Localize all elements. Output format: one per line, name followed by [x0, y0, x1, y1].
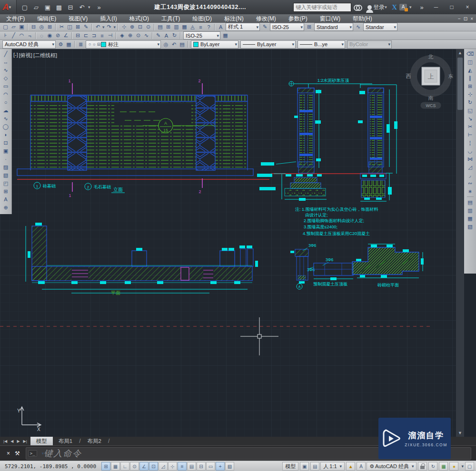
draworder-below-icon[interactable]: ▧	[466, 223, 475, 230]
save-icon[interactable]: ▣	[42, 2, 53, 12]
dim-inspect-icon[interactable]: ⊙	[134, 32, 142, 39]
open-icon[interactable]: ▱	[31, 2, 41, 12]
help-icon[interactable]: ?	[205, 23, 213, 31]
model-space-button[interactable]: 模型	[282, 462, 298, 471]
matchprop-icon[interactable]: ✎	[82, 23, 90, 31]
menu-file[interactable]: 文件(F)	[0, 14, 31, 23]
command-close-icon[interactable]: ×	[7, 450, 10, 457]
next-tab-icon[interactable]: ▶	[15, 439, 21, 443]
dim-baseline-icon[interactable]: ⊏	[82, 32, 90, 39]
menu-draw[interactable]: 绘图(D)	[186, 14, 218, 23]
dim-aligned-icon[interactable]: ╱	[10, 32, 18, 39]
osnap-toggle[interactable]: ∠	[139, 462, 149, 471]
drawing-area[interactable]: 1 2 A 15 1 2 1 砖基础 2 毛石基础	[0, 49, 476, 437]
array-icon[interactable]: ⊞	[466, 82, 475, 90]
open-icon[interactable]: ▱	[10, 23, 18, 31]
scroll-up-icon[interactable]: ▲	[458, 49, 462, 57]
saveas-icon[interactable]: ▩	[54, 2, 64, 12]
drawing-quickview-icon[interactable]: ▤	[310, 462, 319, 471]
dim-style-row-dropdown[interactable]: ISO-25▾	[183, 31, 220, 39]
toolpalettes-icon[interactable]: ▥	[172, 23, 180, 31]
menu-edit[interactable]: 编辑(E)	[31, 14, 62, 23]
dim-jogged-icon[interactable]: ◉	[46, 32, 54, 39]
exchange-apps-icon[interactable]: X	[392, 3, 397, 11]
dyn-toggle[interactable]: ⊹	[168, 462, 177, 471]
chamfer-icon[interactable]: ◿	[466, 163, 475, 171]
menu-window[interactable]: 窗口(W)	[314, 14, 347, 23]
annotation-monitor-toggle[interactable]: +	[216, 462, 225, 471]
dim-stylemgr-icon[interactable]: ▦	[221, 32, 229, 39]
layer-previous-icon[interactable]: ↶	[170, 40, 178, 48]
hardware-accel-icon[interactable]: ▦	[439, 462, 448, 471]
doc-minimize-icon[interactable]: −	[458, 16, 461, 21]
redo-icon[interactable]: ↷	[105, 23, 113, 31]
status-menu-icon[interactable]: ▾	[461, 464, 464, 469]
scale-icon[interactable]: ◱	[466, 107, 475, 114]
titlebar-overflow-icon[interactable]: »	[416, 2, 427, 12]
rotate-icon[interactable]: ↻	[466, 98, 475, 106]
make-layer-current-icon[interactable]: ◎	[162, 40, 170, 48]
draworder-front-icon[interactable]: ▤	[466, 198, 475, 206]
extend-icon[interactable]: ⊢	[466, 131, 475, 138]
isolate-objects-icon[interactable]: ●	[449, 462, 458, 471]
construction-line-icon[interactable]: ↔	[1, 58, 10, 66]
dim-continue-icon[interactable]: ⊐	[90, 32, 98, 39]
break-icon[interactable]: ◡	[466, 147, 475, 155]
ellipse-arc-icon[interactable]: ◗	[1, 131, 10, 138]
viewport-menu[interactable]: [-]	[13, 52, 18, 59]
dim-update-icon[interactable]: ↻	[170, 32, 178, 39]
make-block-icon[interactable]: ▣	[1, 147, 10, 155]
annotation-scale-button[interactable]: 人 1:1 ▾	[320, 462, 345, 471]
dim-angular-icon[interactable]: ∠	[62, 32, 70, 39]
table-icon[interactable]: ⊞	[1, 187, 10, 195]
qat-overflow-icon[interactable]: »	[94, 2, 104, 12]
dim-centermark-icon[interactable]: ⊕	[126, 32, 134, 39]
search-input[interactable]	[293, 3, 351, 12]
menu-parametric[interactable]: 参数(P)	[282, 14, 314, 23]
menu-format[interactable]: 格式(O)	[123, 14, 155, 23]
workspace-settings-icon[interactable]: ⚙	[57, 40, 65, 48]
arc-icon[interactable]: ◠	[1, 90, 10, 98]
autoscale-icon[interactable]: A	[357, 462, 366, 471]
close-button[interactable]: ×	[461, 2, 474, 12]
dim-break-icon[interactable]: ⊣	[106, 32, 114, 39]
workspace-dropdown[interactable]: AutoCAD 经典▾	[2, 40, 56, 49]
dim-space-icon[interactable]: ≡	[98, 32, 106, 39]
spline-icon[interactable]: ∿	[1, 115, 10, 122]
plot-icon[interactable]: ⊟	[30, 23, 38, 31]
signin-button[interactable]: 登录 ▾	[367, 3, 389, 11]
dim-style-dropdown[interactable]: ISO-25▾	[270, 23, 304, 31]
zoom-realtime-icon[interactable]: ⊕	[128, 23, 136, 31]
dim-tolerance-icon[interactable]: ◈	[118, 32, 126, 39]
offset-icon[interactable]: ∥	[466, 74, 475, 82]
grid-toggle[interactable]: ▦	[111, 462, 120, 471]
layout-quickview-icon[interactable]: ▣	[300, 462, 309, 471]
quickcalc-icon[interactable]: ≡	[197, 23, 205, 31]
menu-insert[interactable]: 插入(I)	[94, 14, 123, 23]
scrollbar-thumb[interactable]	[457, 58, 463, 110]
maximize-button[interactable]: □	[445, 2, 458, 12]
fillet-icon[interactable]: ◞	[466, 171, 475, 179]
menu-modify[interactable]: 修改(M)	[250, 14, 282, 23]
markup-icon[interactable]: ◬	[188, 23, 197, 31]
last-tab-icon[interactable]: ▶|	[22, 439, 29, 443]
doc-restore-icon[interactable]: ⊡	[464, 16, 467, 21]
blend-icon[interactable]: ∾	[466, 179, 475, 187]
dim-textedit-icon[interactable]: A	[162, 32, 170, 39]
gradient-icon[interactable]: ▧	[1, 171, 10, 179]
isodraft-toggle[interactable]: ▧	[225, 462, 234, 471]
polyline-icon[interactable]: ∿	[1, 66, 10, 74]
sheetset-icon[interactable]: ▦	[180, 23, 188, 31]
communication-center-icon[interactable]: A	[399, 4, 407, 10]
circle-icon[interactable]: ○	[1, 98, 10, 106]
new-icon[interactable]: ▢	[1, 23, 10, 31]
menu-tools[interactable]: 工具(T)	[155, 14, 186, 23]
erase-icon[interactable]: ⌫	[466, 50, 475, 58]
layer-dropdown[interactable]: ○ ☼ ⊟ 标注 ▾	[86, 40, 161, 49]
pan-icon[interactable]: ⊹	[120, 23, 128, 31]
cut-icon[interactable]: ✂	[58, 23, 66, 31]
insert-block-icon[interactable]: ⊡	[1, 139, 10, 147]
tab-layout1[interactable]: 布局1	[53, 437, 78, 445]
undo-icon[interactable]: ↶	[77, 2, 87, 12]
selectioncycling-toggle[interactable]: ▭	[206, 462, 215, 471]
